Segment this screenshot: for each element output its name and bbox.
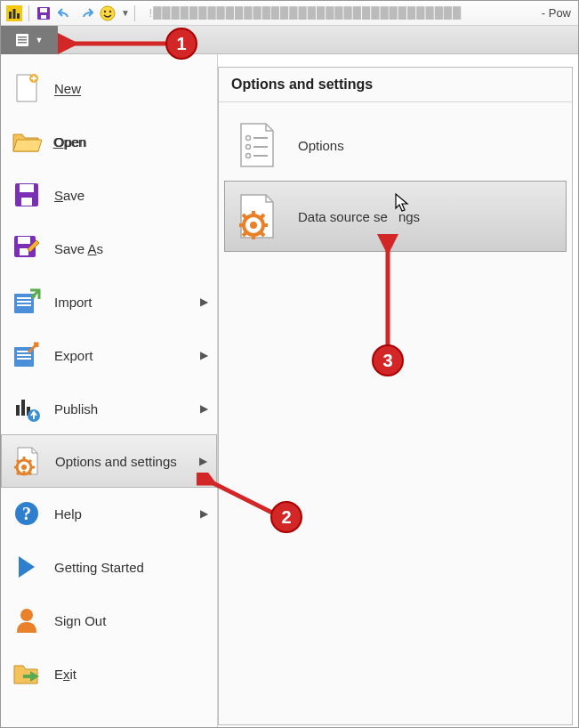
svg-point-7 xyxy=(101,6,115,20)
undo-icon[interactable] xyxy=(55,4,75,23)
svg-point-46 xyxy=(250,222,257,229)
getting-started-icon xyxy=(12,552,42,582)
menu-item-publish[interactable]: Publish ▶ xyxy=(1,382,217,435)
menu-label: Options and settings xyxy=(55,454,177,469)
menu-item-options-settings[interactable]: Options and settings ▶ xyxy=(1,434,217,488)
menu-label: Help xyxy=(54,506,82,522)
menu-label: Save As xyxy=(54,241,103,256)
menu-label: New xyxy=(54,81,81,96)
help-icon: ? xyxy=(12,498,42,529)
open-icon xyxy=(12,126,42,157)
svg-rect-11 xyxy=(18,36,27,38)
menu-item-save[interactable]: Save xyxy=(1,168,217,222)
svg-rect-40 xyxy=(253,137,268,139)
svg-rect-29 xyxy=(16,405,20,416)
submenu-panel: Options and settings Options Data source… xyxy=(218,67,573,725)
svg-rect-17 xyxy=(21,198,32,206)
menu-item-import[interactable]: Import ▶ xyxy=(1,275,217,328)
ribbon-bar: ▼ xyxy=(1,26,578,54)
options-icon xyxy=(236,120,278,170)
mouse-cursor-icon xyxy=(394,192,412,216)
submenu-arrow-icon: ▶ xyxy=(200,349,208,361)
svg-rect-42 xyxy=(253,146,268,148)
menu-label-open: Open xyxy=(53,134,86,150)
svg-rect-19 xyxy=(18,237,30,244)
file-tab-button[interactable]: ▼ xyxy=(1,26,58,54)
exit-icon xyxy=(12,659,42,689)
menu-label: Exit xyxy=(54,667,76,682)
publish-icon xyxy=(12,393,42,424)
menu-label: Sign Out xyxy=(54,613,106,628)
menu-item-sign-out[interactable]: Sign Out xyxy=(1,594,217,647)
menu-item-save-as[interactable]: Save As xyxy=(1,222,217,275)
menu-label: Save xyxy=(54,188,84,203)
svg-rect-13 xyxy=(18,42,27,44)
panel-item-options[interactable]: Options xyxy=(224,109,567,181)
svg-point-37 xyxy=(20,609,33,621)
file-tab-icon xyxy=(16,34,32,46)
menu-label: Import xyxy=(54,295,92,310)
save-as-icon xyxy=(12,233,42,263)
callout-1: 1 xyxy=(165,28,197,60)
separator xyxy=(134,5,135,21)
svg-rect-22 xyxy=(17,297,31,299)
smiley-icon[interactable] xyxy=(98,4,117,23)
app-name-suffix: - Pow xyxy=(542,6,575,20)
submenu-arrow-icon: ▶ xyxy=(200,507,208,520)
menu-item-new[interactable]: New xyxy=(1,61,217,115)
options-settings-icon xyxy=(12,446,43,476)
data-source-settings-icon xyxy=(236,191,278,241)
new-icon xyxy=(12,73,42,103)
svg-rect-16 xyxy=(20,184,34,192)
file-menu: New Open /*placeholder*/ Open Save Save … xyxy=(1,54,218,728)
submenu-arrow-icon: ▶ xyxy=(200,295,208,308)
callout-3: 3 xyxy=(372,344,404,376)
svg-rect-27 xyxy=(17,354,31,356)
callout-2: 2 xyxy=(270,501,302,533)
svg-point-34 xyxy=(21,465,27,470)
dropdown-caret-icon[interactable]: ▼ xyxy=(121,8,130,18)
window-title: !██████████████████████████████████ - Po… xyxy=(145,6,575,20)
menu-item-help[interactable]: ? Help ▶ xyxy=(1,487,217,540)
menu-label: Getting Started xyxy=(54,560,144,575)
svg-rect-44 xyxy=(253,155,268,157)
svg-text:?: ? xyxy=(22,504,31,523)
titlebar: ▼ !██████████████████████████████████ - … xyxy=(1,1,578,26)
svg-point-8 xyxy=(104,10,106,12)
svg-rect-38 xyxy=(23,675,32,678)
panel-label: Options xyxy=(298,138,344,153)
submenu-arrow-icon: ▶ xyxy=(199,455,207,467)
save-icon[interactable] xyxy=(34,4,53,23)
svg-rect-2 xyxy=(13,9,16,19)
menu-label: Export xyxy=(54,348,92,363)
menu-label: Publish xyxy=(54,401,98,417)
import-icon xyxy=(12,287,42,317)
menu-item-getting-started[interactable]: Getting Started xyxy=(1,540,217,594)
redo-icon[interactable] xyxy=(76,4,96,23)
svg-rect-6 xyxy=(41,15,46,19)
sign-out-icon xyxy=(12,605,42,635)
panel-item-data-source-settings[interactable]: Data source sengs xyxy=(224,181,567,252)
svg-rect-5 xyxy=(40,8,47,12)
export-icon xyxy=(12,340,42,370)
save-icon xyxy=(12,180,42,210)
svg-rect-30 xyxy=(21,400,25,416)
app-icon xyxy=(4,4,24,23)
menu-item-export[interactable]: Export ▶ xyxy=(1,328,217,382)
svg-point-9 xyxy=(109,10,111,12)
menu-item-exit[interactable]: Exit xyxy=(1,647,217,700)
panel-header: Options and settings xyxy=(219,68,572,102)
svg-rect-1 xyxy=(9,12,12,19)
svg-rect-21 xyxy=(14,294,34,313)
menu-item-open[interactable]: Open /*placeholder*/ Open xyxy=(1,115,217,168)
separator xyxy=(28,5,29,21)
svg-rect-24 xyxy=(17,304,31,306)
submenu-arrow-icon: ▶ xyxy=(200,402,208,415)
svg-rect-23 xyxy=(17,301,31,303)
svg-rect-3 xyxy=(17,13,20,19)
chevron-down-icon: ▼ xyxy=(36,36,44,44)
svg-rect-28 xyxy=(17,358,31,360)
svg-rect-12 xyxy=(18,39,27,41)
